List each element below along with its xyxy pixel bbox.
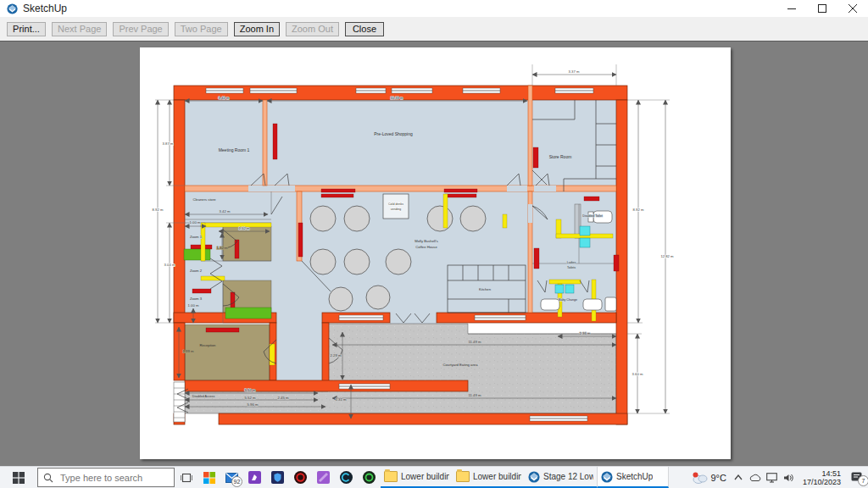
cloud-icon [749, 473, 761, 482]
room-label-preloved: Pre-Loved Shopping [374, 131, 413, 136]
tray-time: 14:51 [803, 469, 841, 478]
vending-machine [383, 194, 409, 219]
microsoft-logo-icon [203, 472, 215, 484]
action-center-button[interactable]: 7 [846, 467, 868, 488]
label-ladies-1: Ladies [567, 261, 576, 264]
stairs [174, 382, 185, 422]
window-controls [776, 0, 868, 17]
prev-page-button[interactable]: Prev Page [113, 22, 168, 36]
zoom-out-button[interactable]: Zoom Out [286, 22, 339, 36]
weather-widget[interactable]: 9°C [689, 472, 729, 484]
pinned-app-2-button[interactable] [289, 467, 312, 488]
maximize-button[interactable] [807, 0, 837, 17]
dim-rec-199: 1.99 m [183, 349, 194, 353]
minimize-button[interactable] [776, 0, 807, 17]
taskbar-window-folder-1[interactable]: Lower building [381, 467, 453, 488]
zoom-in-button[interactable]: Zoom In [234, 22, 280, 36]
dim-bot-131: 1.31 m [336, 397, 347, 402]
close-window-button[interactable] [837, 0, 868, 17]
dim-bot-552a: 5.52 m [245, 388, 256, 392]
room-label-zoom1: Zoom 1 [190, 235, 203, 239]
maximize-icon [818, 4, 826, 13]
dim-right-1282: 12.82 m [660, 254, 674, 258]
pinned-app-1-icon [248, 471, 261, 484]
next-page-button[interactable]: Next Page [52, 22, 107, 36]
red-ring-icon [294, 471, 307, 484]
close-button[interactable]: Close [345, 22, 384, 36]
taskbar-window-folder-2[interactable]: Lower building [453, 467, 525, 488]
dim-top-337: 3.37 m [569, 69, 580, 74]
room-label-zoom2: Zoom 2 [190, 269, 203, 273]
folder-icon [456, 471, 470, 482]
dim-top-342: 3.42 m [219, 96, 230, 100]
dim-court-1149a: 11.49 m [469, 340, 481, 344]
pinned-app-5-button[interactable] [358, 467, 381, 488]
dim-court-236: 2.36 m [580, 331, 591, 336]
display-tray-button[interactable] [764, 467, 781, 488]
taskbar-window-sketchup-model[interactable]: Stage 12 Low... [525, 467, 597, 488]
onedrive-tray-button[interactable] [747, 467, 764, 488]
o-circle-icon [363, 471, 376, 484]
show-hidden-icons-button[interactable] [730, 467, 747, 488]
dim-small-132b: 1.32 m [217, 246, 228, 250]
mail-button[interactable]: 92 [220, 467, 243, 488]
room-label-kitchen: Kitchen [479, 287, 492, 291]
dim-small-100a: 1.00 m [190, 220, 201, 225]
mail-badge: 92 [231, 476, 242, 487]
shield-icon [271, 471, 284, 484]
pinned-app-1-button[interactable] [243, 467, 266, 488]
close-icon [849, 4, 857, 13]
room-label-cleaners: Cleaners store [192, 197, 216, 202]
taskbar-search[interactable] [37, 468, 175, 487]
taskbar-window-sketchup-active[interactable]: SketchUp [597, 467, 669, 488]
task-view-button[interactable] [175, 467, 198, 488]
two-page-button[interactable]: Two Page [175, 22, 228, 36]
security-app-button[interactable] [266, 467, 289, 488]
dim-small-132a: 1.32 m [239, 226, 250, 230]
floor-plan-drawing: Meeting Room 1 Pre-Loved Shopping Store … [140, 47, 731, 459]
search-input[interactable] [58, 472, 172, 484]
label-ladies-2: Toilets [567, 266, 576, 269]
folder-icon [384, 471, 398, 482]
temperature-label: 9°C [710, 473, 726, 483]
notification-badge: 7 [858, 475, 868, 486]
dim-left-892: 8.92 m [153, 208, 164, 212]
printed-page: Meeting Room 1 Pre-Loved Shopping Store … [140, 47, 731, 459]
system-tray: 9°C [689, 467, 868, 488]
label-disabled-access: Disabled Access [192, 395, 215, 398]
dim-bot-245: 2.45 m [278, 396, 289, 400]
minimize-icon [787, 4, 796, 13]
sketchup-logo-icon [528, 471, 540, 483]
pinned-app-4-button[interactable] [335, 467, 358, 488]
microsoft-store-button[interactable] [198, 467, 220, 488]
room-label-reception: Reception [200, 343, 217, 347]
print-button[interactable]: Print... [7, 22, 46, 36]
taskbar-clock[interactable]: 14:51 17/10/2023 [798, 469, 846, 486]
speaker-icon [783, 473, 794, 483]
dim-court-229: 2.29 m [331, 353, 342, 358]
room-label-store: Store Room [549, 154, 572, 159]
sketchup-logo-icon [7, 3, 18, 14]
task-view-icon [181, 472, 192, 484]
dim-bot-552b: 5.52 m [245, 396, 256, 400]
start-button[interactable] [0, 467, 37, 488]
window-label: Lower building [401, 472, 449, 481]
dim-court-1149b: 11.49 m [469, 393, 481, 397]
pinned-app-3-button[interactable] [312, 467, 335, 488]
room-label-meeting: Meeting Room 1 [219, 147, 250, 152]
windows-taskbar: 92 [0, 466, 868, 488]
dim-top-1033: 10.33 m [390, 96, 403, 100]
dim-bot-596: 5.96 m [248, 402, 259, 407]
preview-area: Meeting Room 1 Pre-Loved Shopping Store … [0, 41, 868, 466]
purple-stripes-icon [317, 471, 330, 484]
dim-left-387: 3.87 m [163, 141, 174, 146]
dim-right-892: 8.92 m [633, 208, 644, 212]
windows-logo-icon [13, 472, 25, 484]
sketchup-logo-icon [601, 471, 613, 483]
sketchup-print-preview-window: SketchUp Print... Next Page Prev Page Tw… [0, 0, 868, 488]
window-label: Lower building [473, 472, 521, 481]
room-label-disabled-toilet: Disabled Toilet [582, 214, 602, 218]
volume-tray-button[interactable] [781, 467, 798, 488]
monitor-icon [766, 473, 777, 483]
window-label: Stage 12 Low... [543, 472, 593, 481]
